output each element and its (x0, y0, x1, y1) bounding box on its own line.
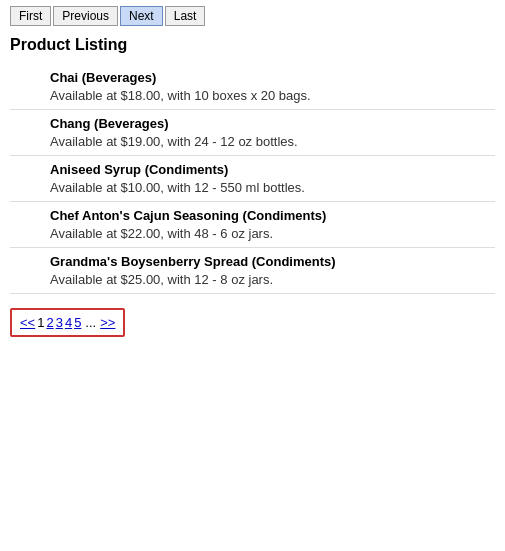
next-button[interactable]: Next (120, 6, 163, 26)
product-detail: Available at $10.00, with 12 - 550 ml bo… (50, 180, 475, 195)
last-button[interactable]: Last (165, 6, 206, 26)
pagination-prev-link[interactable]: << (20, 315, 35, 330)
pagination-page-4-link[interactable]: 4 (65, 315, 72, 330)
pagination-ellipsis: ... (85, 315, 96, 330)
product-detail: Available at $18.00, with 10 boxes x 20 … (50, 88, 475, 103)
first-button[interactable]: First (10, 6, 51, 26)
product-name: Chai (Beverages) (50, 70, 475, 85)
previous-button[interactable]: Previous (53, 6, 118, 26)
pagination-top: First Previous Next Last (10, 6, 495, 26)
product-name: Chang (Beverages) (50, 116, 475, 131)
pagination-page-static: 1 (37, 315, 44, 330)
list-item: Chai (Beverages) Available at $18.00, wi… (10, 64, 495, 110)
product-list: Chai (Beverages) Available at $18.00, wi… (10, 64, 495, 294)
product-detail: Available at $25.00, with 12 - 8 oz jars… (50, 272, 475, 287)
pagination-page-2-link[interactable]: 2 (46, 315, 53, 330)
product-name: Chef Anton's Cajun Seasoning (Condiments… (50, 208, 475, 223)
list-item: Chef Anton's Cajun Seasoning (Condiments… (10, 202, 495, 248)
list-item: Aniseed Syrup (Condiments) Available at … (10, 156, 495, 202)
page-title: Product Listing (10, 36, 495, 54)
list-item: Chang (Beverages) Available at $19.00, w… (10, 110, 495, 156)
product-detail: Available at $19.00, with 24 - 12 oz bot… (50, 134, 475, 149)
pagination-page-3-link[interactable]: 3 (56, 315, 63, 330)
product-detail: Available at $22.00, with 48 - 6 oz jars… (50, 226, 475, 241)
product-name: Aniseed Syrup (Condiments) (50, 162, 475, 177)
pagination-page-5-link[interactable]: 5 (74, 315, 81, 330)
product-name: Grandma's Boysenberry Spread (Condiments… (50, 254, 475, 269)
list-item: Grandma's Boysenberry Spread (Condiments… (10, 248, 495, 294)
pagination-bottom: << 1 2 3 4 5 ... >> (10, 308, 125, 337)
pagination-next-link[interactable]: >> (100, 315, 115, 330)
